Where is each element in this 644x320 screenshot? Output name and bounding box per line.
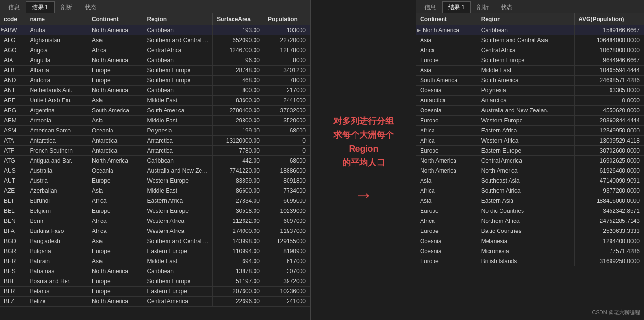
table-header-row: code name Continent Region SurfaceArea P… <box>0 13 310 25</box>
table-row: EuropeEastern Europe30702600.0000 <box>416 146 644 156</box>
annotation-line3: 的平均人口 <box>342 158 385 167</box>
table-cell: 199.00 <box>213 126 264 136</box>
table-cell: Middle East <box>143 96 213 106</box>
table-row: AZEAzerbaijanAsiaMiddle East86600.007734… <box>0 186 310 196</box>
table-cell: Burkina Faso <box>26 226 88 236</box>
table-row: AIAAnguillaNorth AmericaCaribbean96.0080… <box>0 55 310 66</box>
table-cell: Caribbean <box>143 86 213 96</box>
table-cell: ATF <box>0 146 26 156</box>
table-cell: 6097000 <box>264 216 310 226</box>
table-row: AfricaCentral Africa10628000.0000 <box>416 45 644 55</box>
table-cell: 27834.00 <box>213 196 264 206</box>
table-cell: 9377200.0000 <box>575 186 644 196</box>
right-table-container[interactable]: Continent Region AVG(Population) ▶North … <box>416 13 644 320</box>
table-cell: BEL <box>0 206 26 216</box>
table-cell: 3520000 <box>264 116 310 126</box>
table-row: OceaniaMelanesia1294400.0000 <box>416 236 644 246</box>
table-cell: ALB <box>0 66 26 76</box>
col-region: Region <box>143 13 213 25</box>
table-row: ATGAntigua and Bar.North AmericaCaribbea… <box>0 156 310 166</box>
table-cell: Western Europe <box>477 116 575 126</box>
table-cell: Belize <box>26 297 88 307</box>
left-tab-info[interactable]: 信息 <box>2 1 26 13</box>
table-cell: 12349950.0000 <box>575 126 644 136</box>
col-continent: Continent <box>88 13 143 25</box>
table-row: BHSBahamasNorth AmericaCaribbean13878.00… <box>0 266 310 276</box>
table-cell: 8190900 <box>264 246 310 256</box>
table-row: South AmericaSouth America24698571.4286 <box>416 76 644 86</box>
table-row: AsiaMiddle East10465594.4444 <box>416 66 644 76</box>
table-cell: Oceania <box>416 236 477 246</box>
table-cell: 193.00 <box>213 25 264 35</box>
table-cell: 442.00 <box>213 156 264 166</box>
table-cell: 24698571.4286 <box>575 76 644 86</box>
table-cell: Africa <box>88 196 143 206</box>
right-tab-info[interactable]: 信息 <box>418 1 442 13</box>
table-row: ALBAlbaniaEuropeSouthern Europe28748.003… <box>0 66 310 76</box>
table-row: BGRBulgariaEuropeEastern Europe110994.00… <box>0 246 310 256</box>
table-cell: British Islands <box>477 256 575 266</box>
table-cell: North America <box>416 166 477 176</box>
table-cell: Oceania <box>416 86 477 96</box>
table-cell: Southern Europe <box>477 55 575 66</box>
table-row: OceaniaAustralia and New Zealan.4550620.… <box>416 106 644 116</box>
right-tab-status[interactable]: 状态 <box>495 1 519 13</box>
table-cell: Asia <box>88 35 143 45</box>
left-table-container[interactable]: code name Continent Region SurfaceArea P… <box>0 13 310 320</box>
table-cell: AUS <box>0 166 26 176</box>
watermark: CSDN @老六聊编程 <box>592 309 640 316</box>
table-cell: 0.0000 <box>575 96 644 106</box>
table-cell: South America <box>416 76 477 86</box>
table-cell: BFA <box>0 226 26 236</box>
annotation-line2: 求每个大洲每个Region <box>333 130 394 154</box>
table-cell: Northern Africa <box>477 216 575 226</box>
table-cell: Africa <box>88 226 143 236</box>
table-cell: Europe <box>88 246 143 256</box>
table-cell: 3452342.8571 <box>575 206 644 216</box>
col-code: code <box>0 13 26 25</box>
left-tab-analyze[interactable]: 剖析 <box>55 1 78 13</box>
table-cell: Central America <box>477 156 575 166</box>
table-cell: AZE <box>0 186 26 196</box>
table-cell: BIH <box>0 276 26 287</box>
table-cell: Europe <box>88 206 143 216</box>
left-tab-bar: 信息 结果 1 剖析 状态 <box>0 0 310 13</box>
right-tab-result[interactable]: 结果 1 <box>442 1 471 13</box>
table-cell: BLR <box>0 287 26 297</box>
table-row: EuropeWestern Europe20360844.4444 <box>416 116 644 126</box>
table-cell: Oceania <box>88 126 143 136</box>
right-panel: 信息 结果 1 剖析 状态 Continent Region AVG(Popul… <box>416 0 644 320</box>
table-cell: Caribbean <box>143 55 213 66</box>
table-cell: Anguilla <box>26 55 88 66</box>
table-cell: 22696.00 <box>213 297 264 307</box>
table-row: AUSAustraliaOceaniaAustralia and New Zea… <box>0 166 310 176</box>
table-cell: Africa <box>416 45 477 55</box>
table-cell: Bahrain <box>26 256 88 266</box>
table-cell: Europe <box>88 276 143 287</box>
table-cell: 20360844.4444 <box>575 116 644 126</box>
right-col-region: Region <box>477 13 575 25</box>
table-cell: 96.00 <box>213 55 264 66</box>
table-cell: Oceania <box>88 166 143 176</box>
table-cell: 1246700.00 <box>213 45 264 55</box>
table-cell: Africa <box>416 216 477 226</box>
left-tab-result[interactable]: 结果 1 <box>26 1 55 13</box>
row-indicator: ▶North America <box>416 25 477 35</box>
right-tab-analyze[interactable]: 剖析 <box>471 1 495 13</box>
table-cell: North America <box>88 297 143 307</box>
table-row: BENBeninAfricaWestern Africa112622.00609… <box>0 216 310 226</box>
table-cell: 7734000 <box>264 186 310 196</box>
table-cell: French Southern <box>26 146 88 156</box>
table-cell: Southern Europe <box>143 276 213 287</box>
table-cell: 2441000 <box>264 96 310 106</box>
table-cell: 10465594.4444 <box>575 66 644 76</box>
table-cell: Southern and Central Asia <box>143 35 213 45</box>
left-tab-status[interactable]: 状态 <box>78 1 102 13</box>
table-cell: Southern Africa <box>477 186 575 196</box>
table-cell: 9644946.6667 <box>575 55 644 66</box>
table-cell: 0 <box>264 146 310 156</box>
table-cell: 652090.00 <box>213 35 264 45</box>
table-row: ANDAndorraEuropeSouthern Europe468.00780… <box>0 76 310 86</box>
table-cell: 617000 <box>264 256 310 266</box>
table-cell: Europe <box>416 226 477 236</box>
